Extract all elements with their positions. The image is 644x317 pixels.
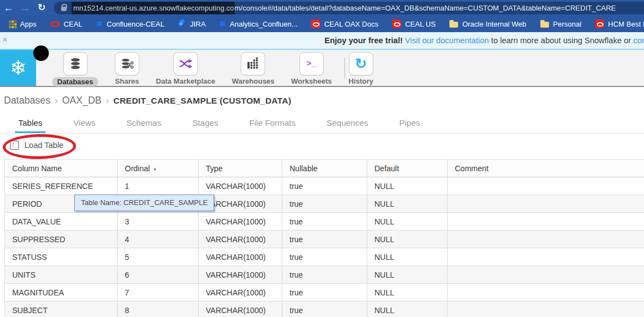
tab-views[interactable]: Views [70,118,99,133]
sort-ascending-icon: ▲ [153,166,157,171]
bookmark-jira[interactable]: JIRA [174,17,210,31]
table-row-units[interactable]: UNITS 6 VARCHAR(1000) true NULL [5,266,644,284]
jira-icon [178,19,186,29]
table-row-subject[interactable]: SUBJECT 8 VARCHAR(1000) true NULL [5,301,644,317]
cell-ordinal: 5 [118,248,199,266]
cell-name: DATA_VALUE [5,213,118,231]
cell-name: SUBJECT [5,301,118,317]
tab-pipes[interactable]: Pipes [396,118,424,133]
cell-default: NULL [367,231,448,248]
browser-forward-icon[interactable]: → [17,1,33,15]
cell-default: NULL [367,284,448,301]
support-link[interactable]: contact our suppo [633,36,644,45]
snowflake-icon: ❄ [9,58,26,78]
header-column-name[interactable]: Column Name [5,160,118,177]
tab-schemas[interactable]: Schemas [123,118,165,133]
cell-nullable: true [282,248,367,266]
cell-comment [448,284,644,301]
browser-back-icon[interactable]: ← [0,1,17,15]
nav-item-databases[interactable]: Databases [49,52,102,86]
table-row-magnitudea[interactable]: MAGNITUDEA 7 VARCHAR(1000) true NULL [5,284,644,301]
breadcrumb: Databases › OAX_DB › CREDIT_CARE_SAMPLE … [4,95,291,106]
trial-banner: × Enjoy your free trial! Visit our docum… [0,32,644,50]
documentation-link[interactable]: Visit our documentation [405,36,489,45]
table-row-data-value[interactable]: DATA_VALUE 3 VARCHAR(1000) true NULL [5,213,644,231]
cell-type: VARCHAR(1000) [199,231,282,248]
oracle-ring-icon [50,21,60,27]
bookmark-personal[interactable]: Personal [536,18,586,30]
cell-nullable: true [282,177,367,195]
tab-sequences[interactable]: Sequences [323,118,372,133]
cell-comment [448,231,644,248]
cell-ordinal: 4 [118,231,199,248]
nav-item-data-marketplace[interactable]: Data Marketplace [153,52,219,85]
address-bar[interactable]: mn15214.central-us.azure.snowflakecomput… [54,2,644,14]
nav-item-warehouses[interactable]: Warehouses [229,52,278,85]
page-title: CREDIT_CARE_SAMPLE (CUSTOM_DATA) [113,96,291,106]
breadcrumb-database-name[interactable]: OAX_DB [62,95,102,106]
circular-arrow-glyph: ↻ [355,57,367,71]
cell-default: NULL [367,213,448,231]
nav-divider [344,58,345,79]
bookmark-label: HCM Best Practices [608,20,644,28]
cell-comment [448,301,644,317]
snowflake-logo[interactable]: ❄ [0,50,36,86]
browser-topbar: ← → ↻ mn15214.central-us.azure.snowflake… [0,0,644,16]
bookmark-ceal-us[interactable]: CEAL US [388,18,440,30]
worksheets-icon: >_ [300,52,324,75]
nav-label: Worksheets [291,77,332,85]
bookmark-ceal[interactable]: CEAL [46,18,87,30]
black-dot-annotation [33,45,49,61]
cell-ordinal: 8 [118,301,199,317]
cell-name: SERIES_REFERENCE [5,177,118,195]
cell-comment [448,266,644,284]
lock-icon[interactable] [61,7,67,11]
cell-comment [448,195,644,213]
data-marketplace-icon [174,52,198,75]
bookmark-confluence-ceal[interactable]: ✖ Confluence-CEAL [92,18,169,30]
bookmark-analytics-confluence[interactable]: ✖ Analytics_Confluen... [215,18,302,30]
header-comment[interactable]: Comment [448,160,644,177]
bookmark-label: Confluence-CEAL [107,20,164,28]
banner-close-icon[interactable]: × [2,35,8,44]
bookmark-hcm-best-practices[interactable]: HCM Best Practices [591,18,644,30]
header-ordinal[interactable]: Ordinal▲ [118,160,199,177]
header-nullable[interactable]: Nullable [282,160,367,177]
bookmark-label: JIRA [190,20,205,28]
confluence-icon: ✖ [220,20,226,28]
table-row-series-reference[interactable]: SERIES_REFERENCE 1 VARCHAR(1000) true NU… [5,177,644,195]
apps-grid-icon [9,21,11,23]
header-default[interactable]: Default [367,160,448,177]
trial-banner-middle: to learn more about using Snowflake or [489,36,633,45]
bookmark-apps[interactable]: Apps [4,18,41,30]
cell-nullable: true [282,266,367,284]
bookmark-ceal-oax-docs[interactable]: CEAL OAX Docs [307,18,383,30]
tab-bar: Tables Views Schemas Stages File Formats… [0,114,644,134]
oracle-badge-icon [311,19,320,28]
history-icon: ↻ [349,52,373,75]
cell-ordinal: 6 [118,266,199,284]
tab-file-formats[interactable]: File Formats [246,118,298,133]
nav-item-history[interactable]: ↻ History [345,52,377,85]
bookmark-oracle-internal-web[interactable]: Oracle Internal Web [445,18,530,30]
bookmark-label: CEAL OAX Docs [324,20,378,28]
nav-label: Warehouses [232,77,275,85]
confluence-icon: ✖ [97,20,103,28]
nav-item-worksheets[interactable]: >_ Worksheets [288,52,335,85]
header-type[interactable]: Type [199,160,282,177]
table-name-tooltip: Table Name: CREDIT_CARE_SAMPLE [74,195,214,211]
table-row-statuss[interactable]: STATUSS 5 VARCHAR(1000) true NULL [5,248,644,266]
table-row-suppressed[interactable]: SUPPRESSED 4 VARCHAR(1000) true NULL [5,231,644,248]
tab-tables[interactable]: Tables [15,118,45,133]
cell-type: VARCHAR(1000) [199,213,282,231]
cell-name: SUPPRESSED [5,231,118,248]
nav-item-shares[interactable]: Shares [111,52,143,85]
tab-stages[interactable]: Stages [189,118,222,133]
browser-refresh-icon[interactable]: ↻ [33,1,50,15]
nav-label: Databases [52,77,98,86]
snowflake-nav-bar: ❄ Databases Shares Data Marketplace Ware… [0,50,644,87]
cell-nullable: true [282,284,367,301]
cell-type: VARCHAR(1000) [199,248,282,266]
load-table-button[interactable]: ↑ Load Table [10,141,64,150]
breadcrumb-databases[interactable]: Databases [4,95,50,106]
